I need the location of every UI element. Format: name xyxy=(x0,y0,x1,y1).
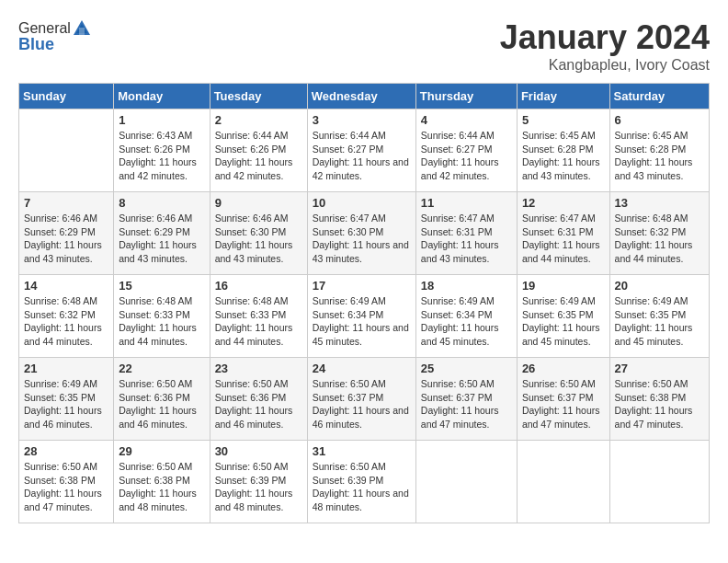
day-info: Sunrise: 6:50 AMSunset: 6:38 PMDaylight:… xyxy=(615,377,704,431)
day-number: 16 xyxy=(215,279,302,293)
day-number: 29 xyxy=(119,444,204,458)
day-number: 10 xyxy=(313,196,411,210)
day-info: Sunrise: 6:48 AMSunset: 6:32 PMDaylight:… xyxy=(615,212,704,266)
calendar-cell: 25 Sunrise: 6:50 AMSunset: 6:37 PMDaylig… xyxy=(415,358,517,441)
day-info: Sunrise: 6:46 AMSunset: 6:30 PMDaylight:… xyxy=(215,212,302,266)
calendar-cell: 5 Sunrise: 6:45 AMSunset: 6:28 PMDayligh… xyxy=(517,109,609,192)
calendar-cell: 8 Sunrise: 6:46 AMSunset: 6:29 PMDayligh… xyxy=(114,192,210,275)
month-title: January 2024 xyxy=(500,18,710,57)
calendar-cell: 19 Sunrise: 6:49 AMSunset: 6:35 PMDaylig… xyxy=(517,275,609,358)
day-info: Sunrise: 6:50 AMSunset: 6:39 PMDaylight:… xyxy=(215,460,302,514)
calendar-cell: 9 Sunrise: 6:46 AMSunset: 6:30 PMDayligh… xyxy=(210,192,307,275)
day-number: 8 xyxy=(119,196,204,210)
calendar-cell: 22 Sunrise: 6:50 AMSunset: 6:36 PMDaylig… xyxy=(114,358,210,441)
calendar-cell: 30 Sunrise: 6:50 AMSunset: 6:39 PMDaylig… xyxy=(210,441,307,523)
weekday-header-tuesday: Tuesday xyxy=(210,84,307,109)
day-number: 23 xyxy=(215,362,302,375)
day-number: 19 xyxy=(522,279,605,293)
day-info: Sunrise: 6:48 AMSunset: 6:32 PMDaylight:… xyxy=(24,294,108,349)
day-info: Sunrise: 6:50 AMSunset: 6:38 PMDaylight:… xyxy=(24,460,108,514)
day-info: Sunrise: 6:48 AMSunset: 6:33 PMDaylight:… xyxy=(119,294,204,349)
day-info: Sunrise: 6:44 AMSunset: 6:27 PMDaylight:… xyxy=(421,129,512,183)
day-info: Sunrise: 6:44 AMSunset: 6:26 PMDaylight:… xyxy=(215,129,302,183)
weekday-header-friday: Friday xyxy=(517,84,609,109)
day-info: Sunrise: 6:50 AMSunset: 6:39 PMDaylight:… xyxy=(313,460,411,514)
calendar-cell: 1 Sunrise: 6:43 AMSunset: 6:26 PMDayligh… xyxy=(114,109,210,192)
calendar-cell: 24 Sunrise: 6:50 AMSunset: 6:37 PMDaylig… xyxy=(307,358,415,441)
calendar-cell: 18 Sunrise: 6:49 AMSunset: 6:34 PMDaylig… xyxy=(415,275,517,358)
day-info: Sunrise: 6:50 AMSunset: 6:37 PMDaylight:… xyxy=(522,377,605,431)
calendar-week-row: 1 Sunrise: 6:43 AMSunset: 6:26 PMDayligh… xyxy=(19,109,710,192)
day-number: 22 xyxy=(119,362,204,375)
day-number: 26 xyxy=(522,362,605,375)
title-section: January 2024 Kangbapleu, Ivory Coast xyxy=(500,18,710,74)
day-info: Sunrise: 6:49 AMSunset: 6:34 PMDaylight:… xyxy=(313,294,411,349)
day-number: 3 xyxy=(313,113,411,127)
calendar-cell: 31 Sunrise: 6:50 AMSunset: 6:39 PMDaylig… xyxy=(307,441,415,523)
calendar-week-row: 21 Sunrise: 6:49 AMSunset: 6:35 PMDaylig… xyxy=(19,358,710,441)
calendar-cell: 11 Sunrise: 6:47 AMSunset: 6:31 PMDaylig… xyxy=(415,192,517,275)
day-number: 9 xyxy=(215,196,302,210)
calendar-cell: 23 Sunrise: 6:50 AMSunset: 6:36 PMDaylig… xyxy=(210,358,307,441)
calendar-cell: 6 Sunrise: 6:45 AMSunset: 6:28 PMDayligh… xyxy=(609,109,709,192)
day-info: Sunrise: 6:46 AMSunset: 6:29 PMDaylight:… xyxy=(24,212,108,266)
calendar-cell: 14 Sunrise: 6:48 AMSunset: 6:32 PMDaylig… xyxy=(19,275,114,358)
day-info: Sunrise: 6:47 AMSunset: 6:31 PMDaylight:… xyxy=(522,212,605,266)
day-number: 28 xyxy=(24,444,108,458)
calendar-cell xyxy=(517,441,609,523)
day-info: Sunrise: 6:45 AMSunset: 6:28 PMDaylight:… xyxy=(615,129,704,183)
calendar-table: SundayMondayTuesdayWednesdayThursdayFrid… xyxy=(18,83,710,523)
calendar-cell: 4 Sunrise: 6:44 AMSunset: 6:27 PMDayligh… xyxy=(415,109,517,192)
calendar-cell: 3 Sunrise: 6:44 AMSunset: 6:27 PMDayligh… xyxy=(307,109,415,192)
day-number: 15 xyxy=(119,279,204,293)
day-number: 21 xyxy=(24,362,108,375)
day-number: 20 xyxy=(615,279,704,293)
calendar-cell: 10 Sunrise: 6:47 AMSunset: 6:30 PMDaylig… xyxy=(307,192,415,275)
weekday-header-monday: Monday xyxy=(114,84,210,109)
day-number: 2 xyxy=(215,113,302,127)
calendar-cell: 27 Sunrise: 6:50 AMSunset: 6:38 PMDaylig… xyxy=(609,358,709,441)
weekday-header-wednesday: Wednesday xyxy=(307,84,415,109)
day-info: Sunrise: 6:50 AMSunset: 6:38 PMDaylight:… xyxy=(119,460,204,514)
day-number: 25 xyxy=(421,362,512,375)
day-number: 31 xyxy=(313,444,411,458)
day-info: Sunrise: 6:43 AMSunset: 6:26 PMDaylight:… xyxy=(119,129,204,183)
calendar-cell: 7 Sunrise: 6:46 AMSunset: 6:29 PMDayligh… xyxy=(19,192,114,275)
day-info: Sunrise: 6:45 AMSunset: 6:28 PMDaylight:… xyxy=(522,129,605,183)
day-number: 24 xyxy=(313,362,411,375)
day-number: 7 xyxy=(24,196,108,210)
day-number: 4 xyxy=(421,113,512,127)
calendar-cell: 2 Sunrise: 6:44 AMSunset: 6:26 PMDayligh… xyxy=(210,109,307,192)
calendar-cell: 15 Sunrise: 6:48 AMSunset: 6:33 PMDaylig… xyxy=(114,275,210,358)
day-info: Sunrise: 6:47 AMSunset: 6:30 PMDaylight:… xyxy=(313,212,411,266)
day-info: Sunrise: 6:44 AMSunset: 6:27 PMDaylight:… xyxy=(313,129,411,183)
day-number: 17 xyxy=(313,279,411,293)
calendar-cell xyxy=(19,109,114,192)
day-info: Sunrise: 6:49 AMSunset: 6:35 PMDaylight:… xyxy=(615,294,704,349)
calendar-week-row: 14 Sunrise: 6:48 AMSunset: 6:32 PMDaylig… xyxy=(19,275,710,358)
location: Kangbapleu, Ivory Coast xyxy=(500,57,710,74)
day-number: 30 xyxy=(215,444,302,458)
calendar-week-row: 28 Sunrise: 6:50 AMSunset: 6:38 PMDaylig… xyxy=(19,441,710,523)
weekday-header-sunday: Sunday xyxy=(19,84,114,109)
calendar-cell: 21 Sunrise: 6:49 AMSunset: 6:35 PMDaylig… xyxy=(19,358,114,441)
calendar-cell: 29 Sunrise: 6:50 AMSunset: 6:38 PMDaylig… xyxy=(114,441,210,523)
day-info: Sunrise: 6:50 AMSunset: 6:37 PMDaylight:… xyxy=(313,377,411,431)
day-number: 13 xyxy=(615,196,704,210)
calendar-cell: 17 Sunrise: 6:49 AMSunset: 6:34 PMDaylig… xyxy=(307,275,415,358)
calendar-week-row: 7 Sunrise: 6:46 AMSunset: 6:29 PMDayligh… xyxy=(19,192,710,275)
day-info: Sunrise: 6:49 AMSunset: 6:34 PMDaylight:… xyxy=(421,294,512,349)
day-number: 6 xyxy=(615,113,704,127)
calendar-cell xyxy=(609,441,709,523)
day-number: 18 xyxy=(421,279,512,293)
day-number: 1 xyxy=(119,113,204,127)
day-info: Sunrise: 6:50 AMSunset: 6:36 PMDaylight:… xyxy=(119,377,204,431)
logo-icon xyxy=(72,18,92,39)
calendar-cell xyxy=(415,441,517,523)
calendar-cell: 26 Sunrise: 6:50 AMSunset: 6:37 PMDaylig… xyxy=(517,358,609,441)
calendar-cell: 28 Sunrise: 6:50 AMSunset: 6:38 PMDaylig… xyxy=(19,441,114,523)
calendar-cell: 12 Sunrise: 6:47 AMSunset: 6:31 PMDaylig… xyxy=(517,192,609,275)
day-number: 11 xyxy=(421,196,512,210)
day-info: Sunrise: 6:50 AMSunset: 6:37 PMDaylight:… xyxy=(421,377,512,431)
weekday-header-thursday: Thursday xyxy=(415,84,517,109)
